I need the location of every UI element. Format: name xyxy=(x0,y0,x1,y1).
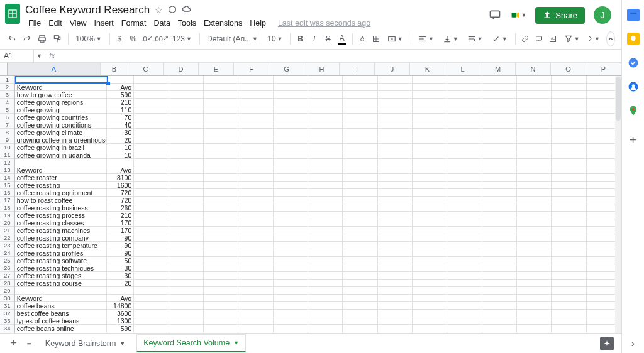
format-currency-button[interactable]: $ xyxy=(114,32,125,46)
cell[interactable] xyxy=(378,310,413,317)
cell[interactable]: 210 xyxy=(107,212,135,219)
cell[interactable] xyxy=(378,129,413,136)
cell[interactable] xyxy=(552,159,586,166)
cell[interactable] xyxy=(343,219,377,227)
cell[interactable] xyxy=(308,295,343,302)
cell[interactable]: coffee growing conditions xyxy=(15,121,107,129)
cell[interactable]: best coffee beans xyxy=(15,310,107,317)
cell[interactable]: Avg xyxy=(107,84,135,91)
cell[interactable] xyxy=(552,197,586,204)
cell[interactable] xyxy=(204,99,238,106)
cell[interactable] xyxy=(447,144,482,151)
cell[interactable] xyxy=(517,129,552,136)
cell[interactable] xyxy=(308,249,343,257)
cell[interactable] xyxy=(378,280,413,287)
cell[interactable] xyxy=(238,227,273,234)
cell[interactable] xyxy=(482,234,517,242)
cell[interactable] xyxy=(204,76,238,84)
cell[interactable] xyxy=(482,151,517,159)
cell[interactable]: coffee beans online xyxy=(15,325,107,332)
cell[interactable] xyxy=(274,317,308,325)
cell[interactable] xyxy=(552,189,586,197)
cell[interactable]: 170 xyxy=(107,227,135,234)
cell[interactable] xyxy=(274,242,308,249)
cell[interactable] xyxy=(343,121,377,129)
cell[interactable] xyxy=(378,287,413,295)
cell[interactable] xyxy=(308,264,343,272)
cell[interactable]: 260 xyxy=(107,204,135,212)
cell[interactable] xyxy=(134,227,169,234)
cell[interactable] xyxy=(274,114,308,121)
cell[interactable] xyxy=(517,317,552,325)
cell[interactable] xyxy=(274,159,308,166)
cell[interactable] xyxy=(378,144,413,151)
cell[interactable]: 90 xyxy=(107,242,135,249)
cell[interactable] xyxy=(482,325,517,332)
cell[interactable] xyxy=(308,257,343,264)
cell[interactable] xyxy=(552,325,586,332)
cell[interactable] xyxy=(517,264,552,272)
cell[interactable] xyxy=(134,136,169,144)
cell[interactable] xyxy=(274,99,308,106)
column-header-K[interactable]: K xyxy=(410,63,445,75)
cell[interactable] xyxy=(552,212,586,219)
cell[interactable] xyxy=(134,325,169,332)
cell[interactable] xyxy=(552,84,586,91)
cell[interactable] xyxy=(413,287,447,295)
cell[interactable] xyxy=(447,197,482,204)
cell[interactable] xyxy=(169,166,204,174)
format-percent-button[interactable]: % xyxy=(128,32,138,46)
cell[interactable] xyxy=(343,227,377,234)
cell[interactable] xyxy=(238,84,273,91)
cell[interactable]: 590 xyxy=(107,325,135,332)
cell[interactable] xyxy=(517,197,552,204)
cell[interactable]: growing coffee in a greenhouse xyxy=(15,136,107,144)
cell[interactable] xyxy=(274,280,308,287)
cell[interactable] xyxy=(238,242,273,249)
row-header[interactable]: 28 xyxy=(0,280,15,287)
row-header[interactable]: 3 xyxy=(0,91,15,99)
cell[interactable] xyxy=(482,144,517,151)
cell[interactable] xyxy=(308,189,343,197)
cell[interactable] xyxy=(274,234,308,242)
cell[interactable] xyxy=(482,159,517,166)
cell[interactable] xyxy=(343,197,377,204)
cell[interactable] xyxy=(204,249,238,257)
cell[interactable] xyxy=(308,182,343,189)
cell[interactable] xyxy=(274,136,308,144)
column-header-D[interactable]: D xyxy=(164,63,199,75)
cell[interactable] xyxy=(413,129,447,136)
cell[interactable] xyxy=(274,144,308,151)
cell[interactable] xyxy=(552,264,586,272)
cell[interactable]: 40 xyxy=(107,121,135,129)
cloud-saved-icon[interactable] xyxy=(182,5,192,15)
cell[interactable] xyxy=(308,234,343,242)
cell[interactable] xyxy=(413,114,447,121)
zoom-select[interactable]: 100%▼ xyxy=(73,35,104,43)
cell[interactable] xyxy=(134,121,169,129)
row-header[interactable]: 12 xyxy=(0,159,15,166)
cell[interactable] xyxy=(447,159,482,166)
cell[interactable] xyxy=(517,295,552,302)
cell[interactable] xyxy=(238,76,273,84)
cell[interactable] xyxy=(238,166,273,174)
cell[interactable] xyxy=(308,325,343,332)
column-header-B[interactable]: B xyxy=(101,63,128,75)
cell[interactable] xyxy=(204,114,238,121)
row-header[interactable]: 1 xyxy=(0,76,15,84)
cell[interactable] xyxy=(447,242,482,249)
column-header-A[interactable]: A xyxy=(8,63,101,75)
cell[interactable] xyxy=(482,272,517,280)
cell[interactable] xyxy=(552,151,586,159)
cell[interactable] xyxy=(308,99,343,106)
cell[interactable]: coffee growing xyxy=(15,106,107,114)
cell[interactable] xyxy=(378,99,413,106)
cell[interactable] xyxy=(447,106,482,114)
row-header[interactable]: 19 xyxy=(0,212,15,219)
cell[interactable] xyxy=(169,182,204,189)
column-header-H[interactable]: H xyxy=(304,63,340,75)
cell[interactable]: 110 xyxy=(107,106,135,114)
cell[interactable] xyxy=(204,197,238,204)
cell[interactable] xyxy=(517,287,552,295)
row-header[interactable]: 25 xyxy=(0,257,15,264)
